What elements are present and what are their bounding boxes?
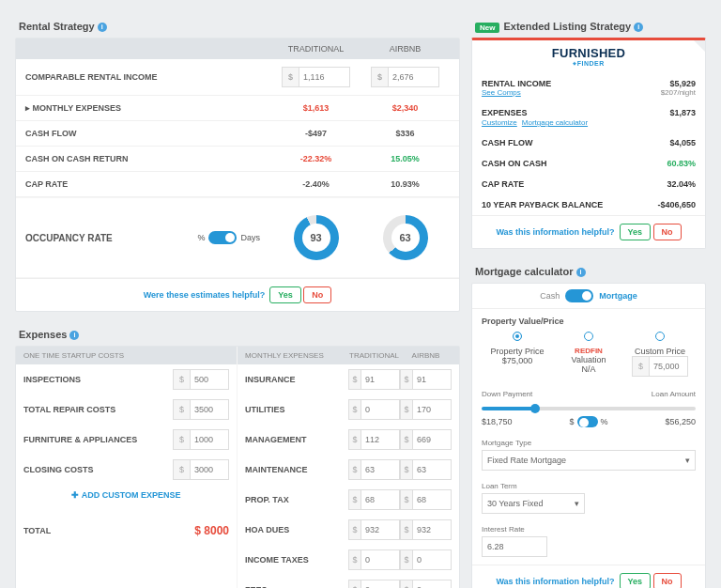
occupancy-toggle[interactable] bbox=[208, 231, 237, 244]
donut-trad: 93 bbox=[294, 215, 339, 260]
monthly-trad-input[interactable] bbox=[360, 519, 400, 540]
row-occupancy: OCCUPANCY RATE bbox=[25, 233, 197, 243]
mortgage-title: Mortgage calculator i bbox=[471, 260, 706, 283]
startup-input[interactable] bbox=[190, 399, 229, 420]
rental-strategy-title: Rental Strategy i bbox=[15, 15, 460, 38]
monthly-trad-input[interactable] bbox=[360, 369, 400, 390]
estimates-prompt: Were these estimates helpful? bbox=[144, 290, 265, 300]
info-icon[interactable]: i bbox=[634, 23, 643, 32]
custom-price-input[interactable] bbox=[649, 356, 688, 377]
startup-item: CLOSING COSTS bbox=[23, 465, 173, 474]
monthly-trad-input[interactable] bbox=[360, 399, 400, 420]
monthly-trad-input[interactable] bbox=[360, 429, 400, 450]
monthly-header: MONTHLY EXPENSES bbox=[245, 351, 348, 360]
monthly-item: INSURANCE bbox=[245, 375, 348, 384]
row-coc: CASH ON CASH RETURN bbox=[25, 154, 271, 163]
yes-button[interactable]: Yes bbox=[620, 224, 652, 240]
info-icon[interactable]: i bbox=[576, 268, 586, 277]
monthly-airbnb-input[interactable] bbox=[412, 369, 452, 390]
no-button[interactable]: No bbox=[653, 573, 682, 588]
monthly-trad-input[interactable] bbox=[360, 489, 400, 510]
income-trad-input[interactable] bbox=[299, 67, 350, 87]
info-icon[interactable]: i bbox=[69, 331, 79, 340]
monthly-airbnb-input[interactable] bbox=[412, 429, 452, 450]
startup-input[interactable] bbox=[190, 429, 229, 450]
col-traditional: TRADITIONAL bbox=[271, 44, 360, 54]
startup-header: ONE TIME STARTUP COSTS bbox=[23, 351, 229, 360]
startup-item: TOTAL REPAIR COSTS bbox=[23, 405, 173, 414]
loan-term-select[interactable]: 30 Years Fixed▾ bbox=[482, 493, 585, 514]
monthly-airbnb-input[interactable] bbox=[412, 399, 452, 420]
radio-custom[interactable] bbox=[655, 332, 665, 341]
new-tag: New bbox=[475, 23, 499, 33]
monthly-trad-input[interactable] bbox=[360, 549, 400, 570]
mortgage-card: Cash Mortgage Property Value/Price Prope… bbox=[471, 283, 706, 588]
radio-property-price[interactable] bbox=[513, 332, 522, 341]
down-payment-slider[interactable] bbox=[482, 407, 696, 410]
monthly-trad-input[interactable] bbox=[360, 580, 400, 588]
yes-button[interactable]: Yes bbox=[620, 573, 652, 588]
monthly-item: HOA DUES bbox=[245, 525, 348, 534]
monthly-item: MAINTENANCE bbox=[245, 465, 348, 474]
monthly-item: MANAGEMENT bbox=[245, 435, 348, 444]
extended-title: NewExtended Listing Strategy i bbox=[471, 15, 706, 38]
chevron-down-icon: ▾ bbox=[575, 499, 579, 508]
no-button[interactable]: No bbox=[653, 224, 682, 240]
monthly-trad-input[interactable] bbox=[360, 459, 400, 480]
startup-item: INSPECTIONS bbox=[23, 375, 173, 384]
info-icon[interactable]: i bbox=[98, 23, 107, 32]
interest-rate-input[interactable] bbox=[482, 536, 547, 557]
add-startup-expense[interactable]: ✚ ADD CUSTOM EXPENSE bbox=[16, 485, 237, 505]
monthly-airbnb-input[interactable] bbox=[412, 580, 452, 588]
monthly-airbnb-input[interactable] bbox=[412, 519, 452, 540]
row-cap: CAP RATE bbox=[25, 179, 271, 189]
income-airbnb-input[interactable] bbox=[388, 67, 439, 87]
see-comps-link[interactable]: See Comps bbox=[482, 88, 551, 97]
monthly-item: PROP. TAX bbox=[245, 495, 348, 504]
no-button[interactable]: No bbox=[303, 286, 331, 303]
donut-airbnb: 63 bbox=[383, 215, 428, 260]
col-airbnb: AIRBNB bbox=[360, 44, 450, 54]
startup-input[interactable] bbox=[190, 369, 229, 390]
expenses-card: ONE TIME STARTUP COSTS INSPECTIONS $TOTA… bbox=[15, 346, 460, 588]
extended-card: FURNISHED⌖FINDER RENTAL INCOMESee Comps … bbox=[471, 38, 706, 249]
row-cashflow: CASH FLOW bbox=[25, 129, 271, 138]
chevron-down-icon: ▾ bbox=[685, 456, 690, 465]
row-monthly-exp[interactable]: ▸ MONTHLY EXPENSES bbox=[25, 103, 271, 113]
monthly-item: INCOME TAXES bbox=[245, 555, 348, 565]
furnished-finder-logo: FURNISHED⌖FINDER bbox=[472, 40, 705, 73]
startup-input[interactable] bbox=[190, 459, 229, 480]
expenses-title: Expenses i bbox=[15, 323, 460, 346]
startup-item: FURNITURE & APPLIANCES bbox=[23, 435, 173, 444]
cash-mortgage-toggle[interactable] bbox=[565, 289, 593, 302]
yes-button[interactable]: Yes bbox=[269, 286, 301, 303]
radio-redfin[interactable] bbox=[584, 332, 593, 341]
price-header: Property Value/Price bbox=[472, 309, 705, 328]
monthly-airbnb-input[interactable] bbox=[412, 549, 452, 570]
startup-total: $ 8000 bbox=[194, 524, 229, 537]
monthly-item: UTILITIES bbox=[245, 405, 348, 414]
monthly-airbnb-input[interactable] bbox=[412, 489, 452, 510]
rental-strategy-card: TRADITIONAL AIRBNB COMPARABLE RENTAL INC… bbox=[15, 38, 460, 312]
mortgage-calc-link[interactable]: Mortgage calculator bbox=[522, 118, 588, 127]
dollar-pct-toggle[interactable] bbox=[577, 416, 598, 427]
monthly-airbnb-input[interactable] bbox=[412, 459, 452, 480]
customize-link[interactable]: Customize bbox=[482, 118, 517, 127]
mortgage-type-select[interactable]: Fixed Rate Mortgage▾ bbox=[482, 450, 696, 471]
row-income: COMPARABLE RENTAL INCOME bbox=[25, 72, 271, 82]
